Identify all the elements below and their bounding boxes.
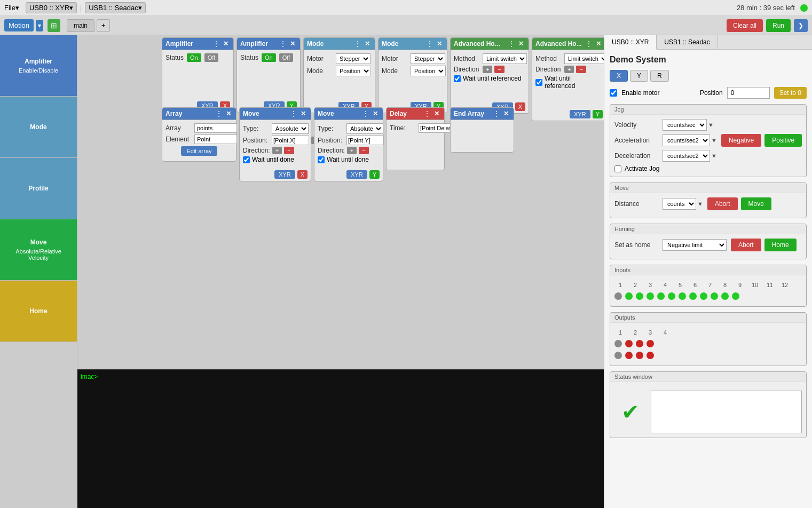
motion-dropdown[interactable]: ▾ xyxy=(36,20,43,31)
motion-select[interactable]: Motion xyxy=(4,19,34,31)
axis-tab-r[interactable]: R xyxy=(650,70,669,82)
widget-close-mode2[interactable]: ✕ xyxy=(435,40,444,47)
move1-pos-input[interactable] xyxy=(272,136,309,145)
widget-close-mode1[interactable]: ✕ xyxy=(363,40,372,47)
advhome1-wait-checkbox[interactable] xyxy=(454,75,461,82)
tab-main[interactable]: main xyxy=(67,19,94,32)
jog-positive-button[interactable]: Positive xyxy=(764,134,802,147)
device0-select[interactable]: USB0 :: XYR▾ xyxy=(26,2,77,13)
move1-xyr-button[interactable]: XYR xyxy=(274,170,295,179)
widget-menu-mode2[interactable]: ⋮ xyxy=(424,39,435,48)
move2-wait-checkbox[interactable] xyxy=(318,156,325,163)
widget-close-amplifier2[interactable]: ✕ xyxy=(288,40,297,47)
widget-menu-advhome1[interactable]: ⋮ xyxy=(506,39,517,48)
advhome1-dir-plus[interactable]: + xyxy=(483,66,492,73)
device1-select[interactable]: USB1 :: Seadac▾ xyxy=(85,2,146,13)
terminal[interactable]: imac> xyxy=(77,369,604,508)
jog-accel-select[interactable]: counts/sec2 xyxy=(663,134,710,146)
move1-dir-plus[interactable]: + xyxy=(272,147,282,154)
widget-menu-array[interactable]: ⋮ xyxy=(214,109,224,118)
set-to-0-button[interactable]: Set to 0 xyxy=(774,87,807,99)
move2-dir-plus[interactable]: + xyxy=(347,147,357,154)
activate-jog-checkbox[interactable] xyxy=(614,165,621,172)
move1-type-select[interactable]: Absolute xyxy=(272,123,309,134)
widget-menu-endarray[interactable]: ⋮ xyxy=(491,109,502,118)
advhome2-method-select[interactable]: Limit switch xyxy=(564,53,604,64)
tab-usb0-xyr[interactable]: USB0 :: XYR xyxy=(604,35,657,50)
homing-home-button[interactable]: Home xyxy=(764,239,797,251)
sidebar-item-home[interactable]: Home xyxy=(0,281,77,342)
widget-close-advhome2[interactable]: ✕ xyxy=(594,40,603,47)
advhome2-wait-checkbox[interactable] xyxy=(535,79,542,86)
widget-close-array[interactable]: ✕ xyxy=(224,110,233,117)
sidebar-item-amplifier[interactable]: Amplifier Enable/Disable xyxy=(0,35,77,97)
move1-dir-minus[interactable]: − xyxy=(284,147,294,154)
advhome2-dir-plus[interactable]: + xyxy=(564,66,574,73)
advhome1-method-select[interactable]: Limit switch xyxy=(483,53,527,64)
mode1-motor-select[interactable]: Stepper xyxy=(336,53,370,64)
advhome1-x-button[interactable]: X xyxy=(515,102,525,111)
output-dot-top-2 xyxy=(625,340,633,347)
homing-abort-button[interactable]: Abort xyxy=(731,239,761,251)
input-dot-7 xyxy=(679,292,686,300)
jog-accel-row: Acceleration counts/sec2 ▼ Negative Posi… xyxy=(614,134,802,147)
sidebar-item-mode[interactable]: Mode xyxy=(0,97,77,158)
tab-plus[interactable]: + xyxy=(97,19,110,32)
sidebar-item-move[interactable]: Move Absolute/Relative Velocity xyxy=(0,219,77,281)
mode2-mode-select[interactable]: Position xyxy=(411,66,446,76)
axis-tab-x[interactable]: X xyxy=(610,70,628,82)
widget-menu-delay[interactable]: ⋮ xyxy=(422,109,432,118)
amplifier2-off-button[interactable]: Off xyxy=(279,53,293,62)
clear-all-button[interactable]: Clear all xyxy=(727,19,763,32)
advhome1-dir-minus[interactable]: − xyxy=(494,66,504,73)
move1-wait-checkbox[interactable] xyxy=(243,156,250,163)
axis-tab-y[interactable]: Y xyxy=(630,70,648,82)
move-move-button[interactable]: Move xyxy=(741,197,771,210)
widget-close-move1[interactable]: ✕ xyxy=(299,110,308,117)
widget-close-advhome1[interactable]: ✕ xyxy=(517,40,525,47)
table-icon[interactable]: ⊞ xyxy=(48,19,60,32)
amplifier1-off-button[interactable]: Off xyxy=(204,53,218,62)
advhome2-y-button[interactable]: Y xyxy=(593,110,603,118)
move2-type-select[interactable]: Absolute xyxy=(346,123,383,134)
run-button[interactable]: Run xyxy=(766,19,791,32)
widget-menu-amplifier2[interactable]: ⋮ xyxy=(278,39,288,48)
array-element-input[interactable] xyxy=(194,134,237,144)
canvas-area: Amplifier ⋮ ✕ Status On Off XYR xyxy=(77,35,604,508)
widget-menu-advhome2[interactable]: ⋮ xyxy=(584,39,594,48)
mode2-motor-select[interactable]: Stepper xyxy=(411,53,445,64)
file-menu[interactable]: File▾ xyxy=(4,4,19,12)
amplifier2-on-button[interactable]: On xyxy=(262,53,276,62)
move-distance-select[interactable]: counts xyxy=(663,198,696,210)
advhome2-xyr-button[interactable]: XYR xyxy=(570,110,590,118)
sidebar-item-profile[interactable]: Profile xyxy=(0,158,77,219)
jog-negative-button[interactable]: Negative xyxy=(721,134,761,147)
move2-y-button[interactable]: Y xyxy=(369,170,380,179)
widget-close-move2[interactable]: ✕ xyxy=(371,110,380,117)
widget-close-delay[interactable]: ✕ xyxy=(432,110,441,117)
enable-motor-checkbox[interactable] xyxy=(610,89,617,97)
move-abort-button[interactable]: Abort xyxy=(707,197,738,210)
widget-menu-move1[interactable]: ⋮ xyxy=(288,109,299,118)
move2-pos-input[interactable] xyxy=(346,136,384,145)
move2-dir-minus[interactable]: − xyxy=(359,147,368,154)
tab-usb1-seadac[interactable]: USB1 :: Seadac xyxy=(657,35,718,49)
homing-select[interactable]: Negative limit xyxy=(663,239,727,251)
status-textarea[interactable] xyxy=(651,391,802,433)
move1-x-button[interactable]: X xyxy=(297,170,308,179)
widget-close-amplifier1[interactable]: ✕ xyxy=(222,40,230,47)
move2-xyr-button[interactable]: XYR xyxy=(346,170,367,179)
widget-menu-mode1[interactable]: ⋮ xyxy=(352,39,363,48)
arrow-button[interactable]: ❯ xyxy=(794,19,808,32)
array-input[interactable] xyxy=(194,123,237,133)
amplifier1-on-button[interactable]: On xyxy=(187,53,201,62)
position-input[interactable] xyxy=(727,87,770,99)
jog-velocity-select[interactable]: counts/sec xyxy=(663,119,707,131)
jog-decel-select[interactable]: counts/sec2 xyxy=(663,150,710,162)
widget-menu-move2[interactable]: ⋮ xyxy=(360,109,371,118)
array-edit-button[interactable]: Edit array xyxy=(181,146,217,156)
advhome2-dir-minus[interactable]: − xyxy=(576,66,586,73)
widget-menu-amplifier1[interactable]: ⋮ xyxy=(211,39,222,48)
mode1-mode-select[interactable]: Position xyxy=(336,66,371,76)
widget-close-endarray[interactable]: ✕ xyxy=(502,110,510,117)
